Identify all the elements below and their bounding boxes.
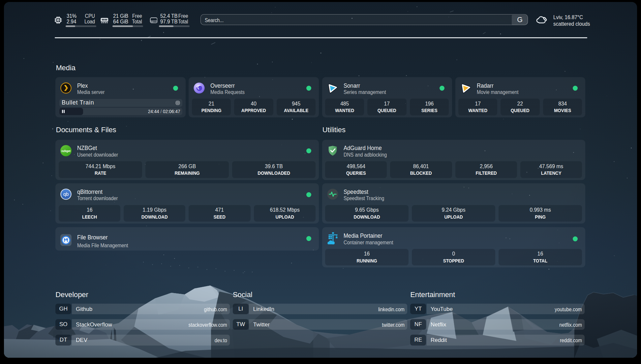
svg-text:qb: qb	[63, 191, 69, 197]
svg-text:nzbget: nzbget	[61, 149, 71, 152]
